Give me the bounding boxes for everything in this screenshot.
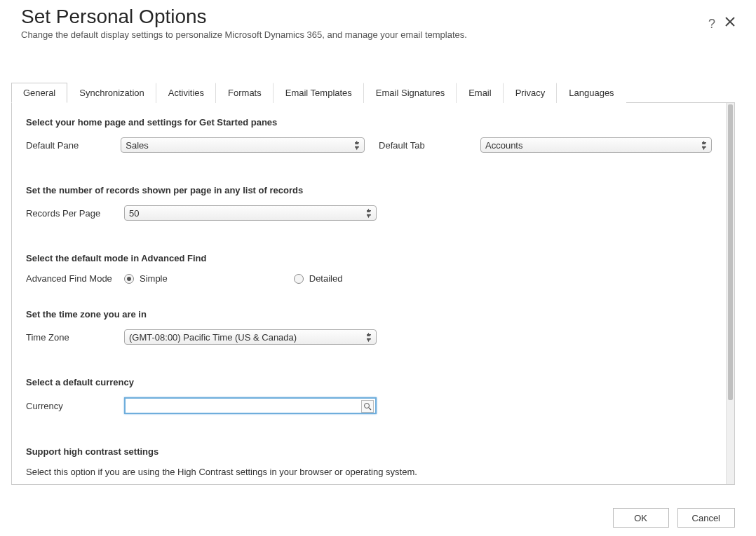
- section-homepage-title: Select your home page and settings for G…: [26, 117, 712, 128]
- section-records-title: Set the number of records shown per page…: [26, 185, 712, 195]
- tab-bar: General Synchronization Activities Forma…: [11, 82, 735, 103]
- section-highcontrast-title: Support high contrast settings: [26, 446, 712, 457]
- default-pane-label: Default Pane: [26, 140, 121, 151]
- tab-synchronization[interactable]: Synchronization: [67, 83, 156, 103]
- section-advfind-title: Select the default mode in Advanced Find: [26, 253, 712, 263]
- help-icon[interactable]: ?: [708, 17, 715, 32]
- currency-label: Currency: [26, 401, 124, 411]
- section-timezone-title: Set the time zone you are in: [26, 309, 712, 319]
- default-pane-select[interactable]: Sales ▲▼: [121, 137, 365, 153]
- tab-general[interactable]: General: [11, 83, 67, 103]
- dialog-title: Set Personal Options: [21, 6, 467, 28]
- dialog-subtitle: Change the default display settings to p…: [21, 29, 467, 40]
- default-tab-select[interactable]: Accounts ▲▼: [480, 137, 712, 153]
- section-currency-title: Select a default currency: [26, 377, 712, 387]
- scrollbar[interactable]: [726, 103, 734, 484]
- tab-email-templates[interactable]: Email Templates: [274, 83, 364, 103]
- timezone-label: Time Zone: [26, 332, 124, 343]
- close-icon[interactable]: [725, 17, 735, 32]
- tab-privacy[interactable]: Privacy: [504, 83, 558, 103]
- advfind-radio-simple-label: Simple: [140, 273, 168, 284]
- default-tab-label: Default Tab: [365, 140, 480, 151]
- advfind-mode-label: Advanced Find Mode: [26, 273, 124, 284]
- tab-content: Select your home page and settings for G…: [12, 103, 726, 484]
- timezone-value: (GMT-08:00) Pacific Time (US & Canada): [129, 332, 297, 343]
- svg-point-2: [365, 404, 370, 408]
- advfind-radio-simple[interactable]: [124, 274, 134, 284]
- advfind-radio-detailed[interactable]: [294, 274, 304, 284]
- records-per-page-value: 50: [129, 208, 139, 219]
- scrollbar-thumb[interactable]: [728, 104, 733, 400]
- ok-button[interactable]: OK: [613, 508, 669, 528]
- currency-lookup-icon[interactable]: [361, 400, 374, 413]
- advfind-radio-detailed-label: Detailed: [309, 273, 343, 284]
- default-pane-value: Sales: [126, 140, 149, 151]
- highcontrast-helper: Select this option if you are using the …: [26, 467, 712, 477]
- tab-email[interactable]: Email: [457, 83, 504, 103]
- tab-activities[interactable]: Activities: [156, 83, 216, 103]
- cancel-button[interactable]: Cancel: [677, 508, 735, 528]
- records-per-page-select[interactable]: 50 ▲▼: [124, 205, 377, 221]
- records-per-page-label: Records Per Page: [26, 208, 124, 219]
- timezone-select[interactable]: (GMT-08:00) Pacific Time (US & Canada) ▲…: [124, 329, 377, 345]
- default-tab-value: Accounts: [485, 140, 522, 151]
- tab-languages[interactable]: Languages: [557, 83, 626, 103]
- tab-formats[interactable]: Formats: [216, 83, 274, 103]
- currency-lookup[interactable]: [124, 397, 377, 414]
- svg-line-3: [369, 408, 371, 410]
- tab-email-signatures[interactable]: Email Signatures: [364, 83, 457, 103]
